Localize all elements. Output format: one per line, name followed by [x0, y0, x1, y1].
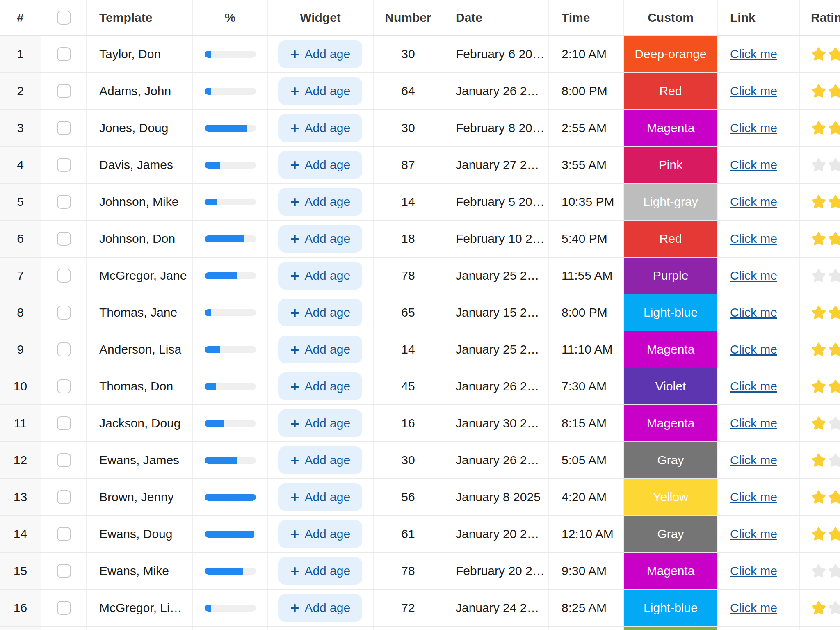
rating-stars[interactable]	[811, 120, 840, 136]
row-checkbox[interactable]	[57, 342, 71, 356]
rating-stars[interactable]	[811, 563, 840, 579]
rating-stars[interactable]	[811, 83, 840, 99]
add-age-button[interactable]: + Add age	[278, 594, 362, 622]
add-age-button[interactable]: + Add age	[278, 188, 362, 216]
click-me-link[interactable]: Click me	[730, 47, 777, 61]
custom-cell: Gray	[624, 516, 718, 552]
row-checkbox[interactable]	[57, 379, 71, 393]
add-age-button[interactable]: + Add age	[278, 114, 362, 142]
star-icon[interactable]	[811, 194, 826, 210]
row-checkbox[interactable]	[57, 121, 71, 135]
star-icon[interactable]	[811, 157, 826, 173]
star-icon[interactable]	[811, 46, 826, 62]
add-age-button[interactable]: + Add age	[278, 557, 362, 585]
star-icon[interactable]	[828, 46, 840, 62]
row-checkbox[interactable]	[57, 453, 71, 467]
add-age-button[interactable]: + Add age	[278, 225, 362, 253]
star-icon[interactable]	[811, 489, 826, 505]
star-icon[interactable]	[828, 120, 840, 136]
click-me-link[interactable]: Click me	[730, 564, 777, 578]
rating-stars[interactable]	[811, 231, 840, 247]
rating-stars[interactable]	[811, 415, 840, 431]
star-icon[interactable]	[811, 231, 826, 247]
row-checkbox[interactable]	[57, 232, 71, 246]
select-all-checkbox[interactable]	[57, 11, 71, 25]
star-icon[interactable]	[811, 600, 826, 616]
star-icon[interactable]	[811, 305, 826, 320]
star-icon[interactable]	[828, 305, 840, 320]
click-me-link[interactable]: Click me	[730, 269, 777, 283]
star-icon[interactable]	[811, 563, 826, 579]
star-icon[interactable]	[828, 194, 840, 210]
star-icon[interactable]	[828, 268, 840, 283]
rating-stars[interactable]	[811, 526, 840, 542]
add-age-button[interactable]: + Add age	[278, 151, 362, 179]
click-me-link[interactable]: Click me	[730, 453, 777, 467]
add-age-button[interactable]: + Add age	[278, 77, 362, 105]
row-checkbox[interactable]	[57, 416, 71, 430]
row-checkbox[interactable]	[57, 84, 71, 98]
rating-stars[interactable]	[811, 268, 840, 283]
click-me-link[interactable]: Click me	[730, 195, 777, 209]
add-age-button[interactable]: + Add age	[278, 372, 362, 400]
star-icon[interactable]	[811, 379, 826, 394]
star-icon[interactable]	[828, 526, 840, 542]
add-age-button[interactable]: + Add age	[278, 446, 362, 474]
star-icon[interactable]	[828, 231, 840, 247]
add-age-button[interactable]: + Add age	[278, 483, 362, 511]
star-icon[interactable]	[828, 379, 840, 394]
click-me-link[interactable]: Click me	[730, 416, 777, 430]
click-me-link[interactable]: Click me	[730, 601, 777, 615]
star-icon[interactable]	[811, 342, 826, 357]
time-value: 8:00 PM	[549, 294, 624, 331]
row-checkbox[interactable]	[57, 527, 71, 541]
rating-stars[interactable]	[811, 305, 840, 320]
row-checkbox[interactable]	[57, 490, 71, 504]
star-icon[interactable]	[811, 268, 826, 283]
star-icon[interactable]	[811, 526, 826, 542]
star-icon[interactable]	[828, 452, 840, 468]
row-checkbox[interactable]	[57, 601, 71, 615]
add-age-button[interactable]: + Add age	[278, 336, 362, 363]
click-me-link[interactable]: Click me	[730, 84, 777, 98]
click-me-link[interactable]: Click me	[730, 527, 777, 541]
add-age-button[interactable]: + Add age	[278, 520, 362, 548]
row-checkbox[interactable]	[57, 306, 71, 320]
star-icon[interactable]	[811, 120, 826, 136]
row-checkbox[interactable]	[57, 47, 71, 61]
rating-stars[interactable]	[811, 379, 840, 394]
click-me-link[interactable]: Click me	[730, 306, 777, 320]
click-me-link[interactable]: Click me	[730, 342, 777, 356]
rating-stars[interactable]	[811, 194, 840, 210]
rating-stars[interactable]	[811, 489, 840, 505]
add-age-button[interactable]: + Add age	[278, 409, 362, 437]
row-checkbox[interactable]	[57, 158, 71, 172]
add-age-button[interactable]: + Add age	[278, 262, 362, 290]
click-me-link[interactable]: Click me	[730, 232, 777, 246]
star-icon[interactable]	[828, 489, 840, 505]
click-me-link[interactable]: Click me	[730, 379, 777, 393]
rating-stars[interactable]	[811, 452, 840, 468]
row-checkbox[interactable]	[57, 195, 71, 209]
star-icon[interactable]	[811, 83, 826, 99]
star-icon[interactable]	[811, 452, 826, 468]
row-checkbox[interactable]	[57, 564, 71, 578]
star-icon[interactable]	[828, 157, 840, 173]
click-me-link[interactable]: Click me	[730, 490, 777, 504]
star-icon[interactable]	[828, 83, 840, 99]
star-icon[interactable]	[811, 415, 826, 431]
add-age-button[interactable]: + Add age	[278, 299, 362, 326]
rating-stars[interactable]	[811, 157, 840, 173]
star-icon[interactable]	[828, 600, 840, 616]
rating-stars[interactable]	[811, 342, 840, 357]
star-icon[interactable]	[828, 563, 840, 579]
rating-stars[interactable]	[811, 600, 840, 616]
row-checkbox[interactable]	[57, 269, 71, 283]
star-icon[interactable]	[828, 415, 840, 431]
add-age-button[interactable]: + Add age	[278, 40, 362, 68]
click-me-link[interactable]: Click me	[730, 158, 777, 172]
star-icon[interactable]	[828, 342, 840, 357]
click-me-link[interactable]: Click me	[730, 121, 777, 135]
rating-stars[interactable]	[811, 46, 840, 62]
number-value: 14	[374, 184, 443, 220]
